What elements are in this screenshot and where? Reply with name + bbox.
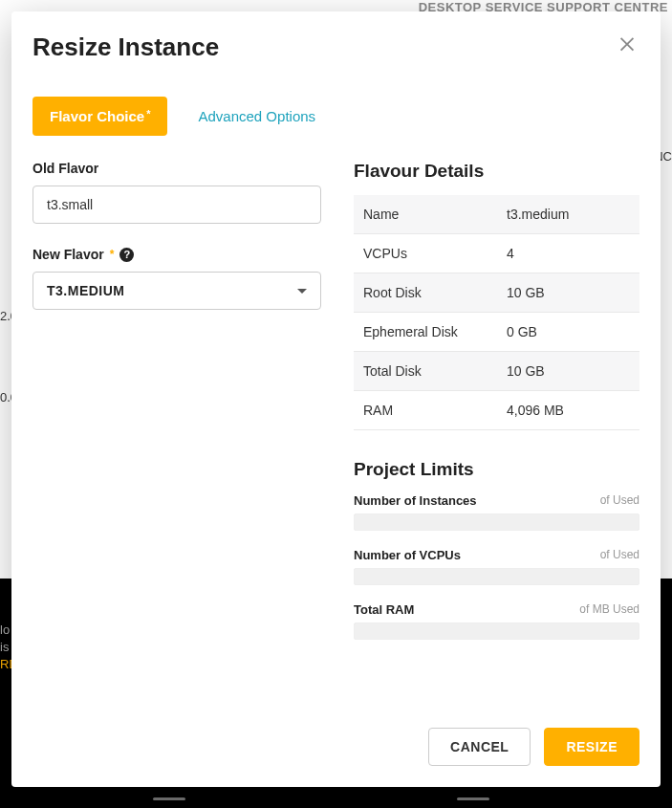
limit-used: of MB Used [579,602,639,617]
table-row: Root Disk10 GB [354,273,639,313]
progress-bar [354,568,639,585]
table-row: Namet3.medium [354,195,639,234]
cancel-button[interactable]: CANCEL [428,728,531,766]
tab-advanced-options[interactable]: Advanced Options [181,97,333,136]
help-icon[interactable]: ? [119,248,134,262]
table-row: Ephemeral Disk0 GB [354,313,639,352]
chevron-down-icon [297,289,307,294]
progress-bar [354,513,639,531]
flavour-details-title: Flavour Details [354,161,639,182]
limit-used: of Used [600,548,639,562]
flavour-details-table: Namet3.medium VCPUs4 Root Disk10 GB Ephe… [354,195,639,430]
bottom-handle-right [457,797,489,800]
table-row: RAM4,096 MB [354,391,639,430]
limit-label: Total RAM [354,602,414,617]
limit-ram: Total RAM of MB Used [354,602,639,640]
limit-vcpus: Number of VCPUs of Used [354,548,639,585]
close-icon [617,33,638,54]
required-star-icon: * [110,248,115,261]
resize-instance-modal: Resize Instance Flavor Choice* Advanced … [11,11,661,787]
new-flavor-label: New Flavor * ? [33,247,321,262]
modal-title: Resize Instance [33,33,219,62]
progress-bar [354,622,639,640]
table-row: Total Disk10 GB [354,352,639,391]
table-row: VCPUs4 [354,234,639,273]
old-flavor-label: Old Flavor [33,161,321,176]
tab-flavor-choice[interactable]: Flavor Choice* [33,97,167,136]
new-flavor-select[interactable]: T3.MEDIUM [33,272,321,310]
limit-label: Number of Instances [354,493,477,508]
tabs: Flavor Choice* Advanced Options [33,97,639,136]
bottom-handle-left [153,797,185,800]
resize-button[interactable]: RESIZE [544,728,639,766]
limit-instances: Number of Instances of Used [354,493,639,531]
close-button[interactable] [617,33,638,54]
limit-used: of Used [600,493,639,508]
limit-label: Number of VCPUs [354,548,461,562]
old-flavor-input[interactable] [33,186,321,224]
select-value: T3.MEDIUM [47,283,125,298]
project-limits-title: Project Limits [354,459,639,480]
tab-label: Flavor Choice [50,108,144,124]
required-star-icon: * [146,108,150,120]
